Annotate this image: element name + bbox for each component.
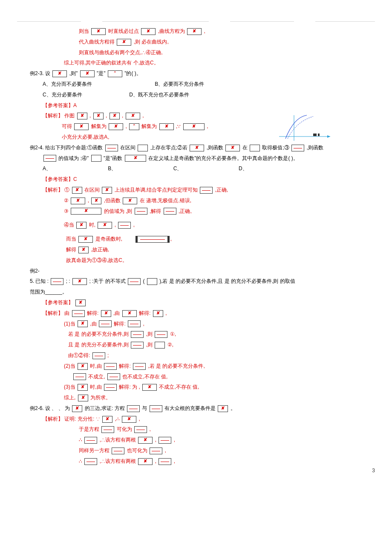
solution-line: (1)当 ✘ ,由 解得: ,: [17, 319, 375, 329]
example-stem: 5. 已知 : ; : ✘ ; :关于 的不等式 ( ),若 是 的必要不充分条…: [17, 276, 375, 286]
text: ; :: [66, 278, 70, 284]
placeholder-icon: ✘: [78, 363, 88, 370]
placeholder-icon: [104, 384, 117, 391]
example-stem: 例2-4. 给出下列四个命题:①函数 在区间 上存在零点;②若 ✘ ,则函数 ✘…: [17, 143, 375, 153]
placeholder-icon: [138, 145, 148, 151]
text: ,: [133, 222, 135, 228]
text: 解得:: [87, 310, 98, 316]
text: 解得: 为 ,: [119, 384, 140, 390]
text: ,若 是 的必要不充分条件,: [148, 363, 205, 369]
text: ,由: [90, 321, 96, 327]
placeholder-icon: ✘: [91, 198, 101, 204]
text: ②,: [167, 342, 173, 348]
sol-line: 则当 ✘ 时直线必过点 ✘ ,曲线方程为 ✘ ,: [17, 26, 375, 36]
text: 例2-4. 给出下列四个命题:①函数: [30, 145, 103, 151]
text: 解得:: [139, 310, 150, 316]
text: 由: [64, 310, 69, 316]
placeholder-icon: ✘: [110, 113, 120, 119]
placeholder-icon: [73, 373, 86, 380]
placeholder-icon: [150, 405, 162, 412]
placeholder-icon: ✘: [142, 384, 157, 391]
placeholder-icon: [128, 278, 141, 285]
text: "的( )。: [124, 70, 141, 76]
example-stem: 例2-6. 设 、 、 为 ✘ 的三边,求证: 方程 与 有大众根的充要条件是 …: [17, 404, 375, 413]
text: 时,: [89, 222, 95, 228]
page-number: 3: [372, 466, 375, 476]
placeholder-icon: ✘: [71, 208, 101, 215]
text: 则当: [79, 28, 89, 34]
text: ④当: [64, 222, 74, 228]
text: ,则函数: [307, 145, 323, 151]
solution-line: 解得 ✘ ,故正确,: [17, 245, 375, 255]
text: 由①②得:: [68, 352, 90, 358]
placeholder-icon: ✘: [125, 155, 146, 162]
placeholder-icon: [128, 320, 141, 327]
option-b: B、: [108, 164, 146, 174]
text: 有大众根的充要条件是: [164, 405, 216, 411]
option-b: B、必要而不充分条件: [155, 79, 204, 89]
text: 例2-3. 设: [30, 70, 50, 76]
answer-label: 【参考答案】: [43, 102, 73, 108]
placeholder-icon: ✘: [98, 222, 112, 229]
answer-label: 【参考答案】: [43, 176, 73, 182]
placeholder-icon: ⌃: [129, 123, 139, 130]
text: ,: [89, 113, 91, 119]
placeholder-icon: [84, 437, 97, 444]
placeholder-icon: [99, 320, 112, 327]
placeholder-icon: [155, 331, 167, 338]
text: ,则": [69, 70, 78, 76]
placeholder-icon: ✘: [91, 28, 106, 35]
text: 且 是 的充分不必要条件,则: [68, 342, 129, 348]
text: ,: [125, 123, 127, 129]
option-a: A、: [43, 164, 81, 174]
placeholder-icon: ✘: [122, 310, 137, 317]
solution-line: 由①②得: ;: [17, 351, 375, 360]
placeholder-icon: [200, 187, 213, 194]
solution-line: ∴ ,∴该方程有两根 ✘ , ,: [17, 456, 375, 466]
text: 的值域为 ,则: [104, 208, 133, 214]
placeholder-icon: ✘: [102, 187, 112, 194]
placeholder-icon: ✘: [78, 236, 93, 243]
text: ,则: [146, 331, 153, 337]
text: ,∴: [115, 416, 119, 422]
placeholder-icon: [92, 352, 105, 359]
text: ,: [165, 310, 167, 316]
text: ,: [204, 28, 205, 34]
sol-line: 代入曲线方程得 ✘ ,则 必在曲线内,: [17, 37, 375, 47]
placeholder-icon: ✘: [80, 70, 95, 77]
text: ,由: [113, 310, 120, 316]
text: 在区间: [120, 145, 135, 151]
text: 取得极值;③: [262, 145, 289, 151]
solution-line: 同样另一方程 也可化为 ,: [17, 446, 375, 456]
text: "是": [97, 70, 106, 76]
placeholder-icon: [131, 342, 144, 349]
option-d: D、: [239, 164, 277, 174]
text: ,: [106, 113, 107, 119]
placeholder-icon: ✘: [52, 70, 67, 77]
placeholder-icon: ✘: [159, 123, 174, 130]
placeholder-icon: [72, 310, 85, 317]
text: (2)当: [64, 363, 75, 369]
text: 在 递增,无极值点,错误,: [140, 198, 191, 203]
text: 也不成立,不存在 值,: [122, 374, 167, 380]
placeholder-icon: ⌃: [108, 70, 122, 77]
text: ),若 是 的必要不充分条件,且 是 的充分不必要条件,则 的取值: [159, 278, 295, 284]
answer-value: C: [73, 176, 77, 182]
placeholder-icon: ✘: [122, 416, 136, 423]
text: 证明: 充分性: ∵: [64, 416, 100, 422]
example-head: 例2-: [17, 266, 375, 276]
text: ,: [88, 198, 89, 203]
placeholder-icon: ✘: [218, 405, 228, 412]
placeholder-icon: [159, 437, 171, 444]
text: ;: [107, 352, 109, 358]
text: 在区间: [84, 187, 100, 193]
placeholder-icon: [155, 342, 165, 349]
text: 作图: [64, 113, 75, 119]
placeholder-icon: [159, 458, 171, 465]
text: 时,由: [90, 384, 101, 390]
text: ,: [122, 113, 123, 119]
placeholder-icon: ✘: [78, 395, 88, 401]
placeholder-icon: [250, 145, 260, 151]
text: 例2-6. 设 、 、 为: [30, 405, 70, 411]
text: 在定义域上是奇函数"的充分不必要条件。其中真命题的个数是( )。: [148, 155, 298, 161]
